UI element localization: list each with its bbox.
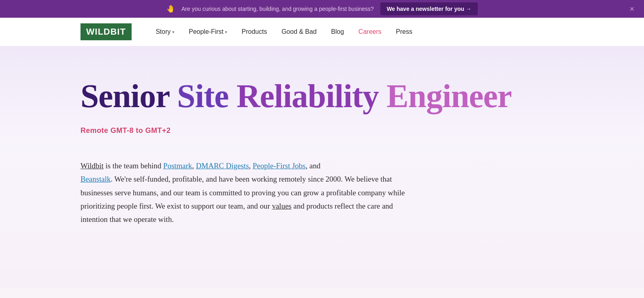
nav-item-story[interactable]: Story ▾	[156, 28, 174, 35]
newsletter-cta-button[interactable]: We have a newsletter for you →	[380, 2, 478, 15]
nav-item-careers[interactable]: Careers	[359, 28, 382, 35]
nav-item-good-bad[interactable]: Good & Bad	[281, 28, 316, 35]
nav-item-blog[interactable]: Blog	[331, 28, 344, 35]
pfj-link[interactable]: People-First Jobs	[253, 161, 305, 170]
nav-item-products[interactable]: Products	[242, 28, 267, 35]
title-word-engineer: Engineer	[386, 78, 512, 114]
desc-comma2: ,	[249, 161, 253, 170]
beanstalk-link[interactable]: Beanstalk	[80, 175, 111, 183]
title-word-reliability: Reliability	[236, 78, 378, 114]
desc-comma1: ,	[192, 161, 196, 170]
values-link[interactable]: values	[272, 202, 292, 210]
title-word-senior: Senior	[80, 78, 169, 114]
chevron-down-icon: ▾	[172, 30, 174, 34]
nav-item-press[interactable]: Press	[396, 28, 413, 35]
dmarc-link[interactable]: DMARC Digests	[196, 161, 249, 170]
desc-intro: is the team behind	[103, 161, 163, 170]
top-banner: 🤚 Are you curious about starting, buildi…	[0, 0, 644, 18]
job-location: Remote GMT-8 to GMT+2	[80, 126, 564, 135]
banner-text: Are you curious about starting, building…	[182, 6, 374, 12]
main-content: Senior Site Reliability Engineer Remote …	[0, 46, 644, 288]
chevron-down-icon: ▾	[225, 30, 227, 34]
nav-items: Story ▾ People-First ▾ Products Good & B…	[156, 28, 564, 35]
banner-close-button[interactable]: ×	[630, 5, 634, 13]
wildbit-link[interactable]: Wildbit	[80, 161, 103, 170]
banner-emoji-icon: 🤚	[166, 4, 175, 13]
job-description: Wildbit is the team behind Postmark, DMA…	[80, 159, 411, 226]
nav-item-people-first[interactable]: People-First ▾	[189, 28, 227, 35]
postmark-link[interactable]: Postmark	[163, 161, 192, 170]
logo[interactable]: WILDBIT	[80, 23, 132, 40]
main-nav: WILDBIT Story ▾ People-First ▾ Products …	[0, 18, 644, 46]
title-word-site: Site	[177, 78, 229, 114]
page-title: Senior Site Reliability Engineer	[80, 78, 564, 114]
desc-and: , and	[305, 161, 320, 170]
banner-content: 🤚 Are you curious about starting, buildi…	[166, 2, 478, 15]
